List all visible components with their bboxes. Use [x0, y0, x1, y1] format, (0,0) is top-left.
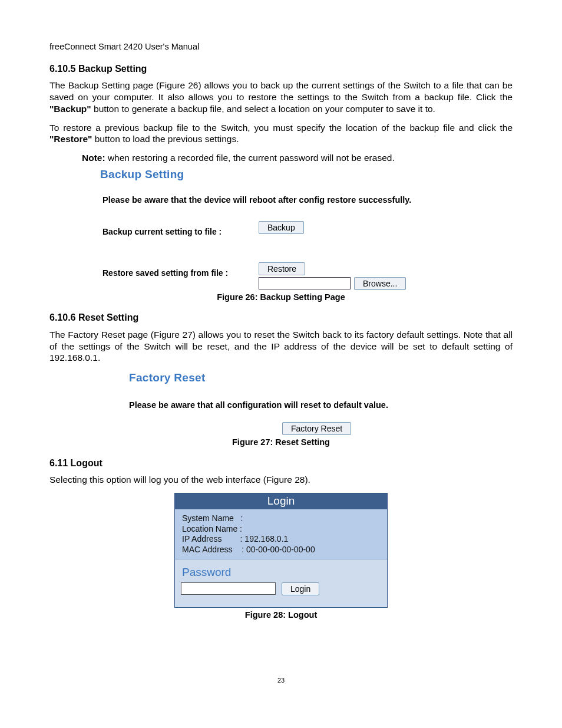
restore-file-line: Browse...	[259, 277, 406, 290]
restore-button[interactable]: Restore	[259, 262, 305, 275]
figure-27-caption: Figure 27: Reset Setting	[49, 437, 513, 448]
factory-reset-warning: Please be aware that all configuration w…	[129, 400, 513, 411]
restore-label: Restore saved setting from file :	[103, 262, 253, 279]
heading-logout: 6.11 Logout	[49, 457, 513, 469]
backup-row: Backup current setting to file : Backup	[103, 221, 513, 238]
text: button to generate a backup file, and se…	[91, 104, 435, 114]
mac-address-row: MAC Address : 00-00-00-00-00-00	[182, 545, 381, 555]
figure-28-caption: Figure 28: Logout	[49, 610, 513, 621]
restore-row: Restore saved setting from file : Restor…	[103, 262, 513, 290]
manual-header: freeConnect Smart 2420 User's Manual	[49, 41, 513, 52]
factory-reset-title: Factory Reset	[129, 371, 513, 385]
backup-button[interactable]: Backup	[259, 221, 304, 234]
note-text: when restoring a recorded file, the curr…	[105, 153, 395, 163]
password-input[interactable]	[181, 582, 276, 595]
login-bottom-panel: Password Login	[175, 559, 387, 607]
backup-current-label: Backup current setting to file :	[103, 221, 253, 238]
figure-26-backup-setting: Backup Setting Please be aware that the …	[100, 167, 513, 290]
password-row: Login	[181, 582, 381, 595]
browse-button[interactable]: Browse...	[354, 277, 406, 290]
figure-28-login-box: Login System Name : Location Name : IP A…	[174, 493, 388, 608]
factory-reset-button[interactable]: Factory Reset	[282, 422, 351, 435]
system-name-row: System Name :	[182, 513, 381, 524]
backup-paragraph-2: To restore a previous backup file to the…	[49, 122, 513, 146]
logout-paragraph: Selecting this option will log you of th…	[49, 474, 513, 486]
restore-controls: Restore Browse...	[259, 262, 406, 290]
note-label: Note:	[82, 153, 105, 163]
text: The Backup Setting page (Figure 26) allo…	[49, 80, 513, 102]
figure-27-factory-reset: Factory Reset Please be aware that all c…	[129, 371, 513, 435]
page-number: 23	[49, 676, 513, 684]
bold-restore-word: "Restore"	[49, 134, 92, 144]
backup-warning: Please be aware that the device will reb…	[103, 195, 513, 206]
text: button to load the previous settings.	[92, 134, 239, 144]
password-label: Password	[182, 565, 381, 579]
backup-setting-title: Backup Setting	[100, 167, 513, 182]
figure-26-caption: Figure 26: Backup Setting Page	[49, 292, 513, 303]
backup-paragraph-1: The Backup Setting page (Figure 26) allo…	[49, 80, 513, 114]
note-line: Note: when restoring a recorded file, th…	[82, 152, 513, 164]
login-header: Login	[175, 493, 387, 509]
heading-backup-setting: 6.10.5 Backup Setting	[49, 63, 513, 75]
reset-paragraph: The Factory Reset page (Figure 27) allow…	[49, 329, 513, 364]
restore-file-input[interactable]	[259, 277, 351, 289]
heading-reset-setting: 6.10.6 Reset Setting	[49, 312, 513, 324]
factory-reset-button-row: Factory Reset	[282, 422, 513, 435]
text: To restore a previous backup file to the…	[49, 123, 513, 133]
login-button[interactable]: Login	[282, 582, 319, 595]
location-name-row: Location Name :	[182, 524, 381, 535]
ip-address-row: IP Address : 192.168.0.1	[182, 534, 381, 545]
bold-backup-word: "Backup"	[49, 104, 91, 114]
login-info-panel: System Name : Location Name : IP Address…	[175, 509, 387, 559]
